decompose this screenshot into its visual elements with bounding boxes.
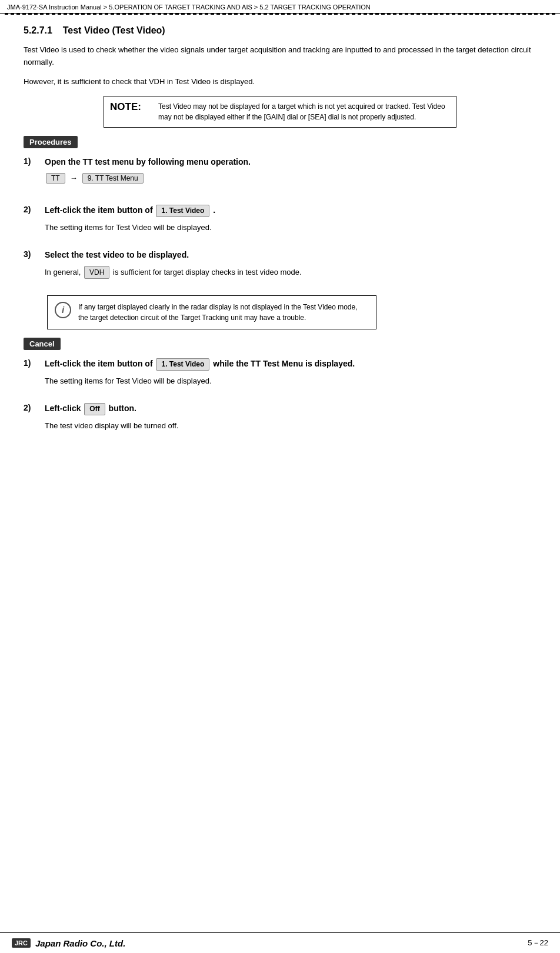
cancel-step-1-heading: Left-click the item button of 1. Test Vi… xyxy=(45,358,536,371)
procedures-badge: Procedures xyxy=(24,136,78,148)
cancel-step-1: 1) Left-click the item button of 1. Test… xyxy=(24,358,536,391)
arrow-1: → xyxy=(70,174,78,182)
cancel-badge: Cancel xyxy=(24,338,61,350)
cancel-step-2: 2) Left-click Off button. The test video… xyxy=(24,403,536,436)
step-1-number: 1) xyxy=(24,156,45,166)
step-3-heading: Select the test video to be displayed. xyxy=(45,249,536,261)
step-2-content: Left-click the item button of 1. Test Vi… xyxy=(45,205,536,238)
intro-para2: However, it is sufficient to check that … xyxy=(24,76,536,88)
test-video-button-1[interactable]: 1. Test Video xyxy=(156,205,209,217)
off-button[interactable]: Off xyxy=(84,403,105,415)
intro-para1: Test Video is used to check whether the … xyxy=(24,44,536,69)
procedures-step-1: 1) Open the TT test menu by following me… xyxy=(24,156,536,193)
cancel-step-2-heading: Left-click Off button. xyxy=(45,403,536,415)
vdh-button[interactable]: VDH xyxy=(84,266,109,279)
jrc-label: JRC xyxy=(12,938,31,948)
step-3-body: In general, VDH is sufficient for target… xyxy=(45,266,536,279)
section-heading: Test Video (Test Video) xyxy=(63,25,165,35)
note-box: NOTE: Test Video may not be displayed fo… xyxy=(104,96,456,128)
note-text: Test Video may not be displayed for a ta… xyxy=(158,101,450,122)
test-video-button-2[interactable]: 1. Test Video xyxy=(156,358,209,371)
info-text: If any target displayed clearly in the r… xyxy=(78,302,369,323)
cancel-step-2-number: 2) xyxy=(24,403,45,412)
cancel-step-1-content: Left-click the item button of 1. Test Vi… xyxy=(45,358,536,391)
step-2-heading: Left-click the item button of 1. Test Vi… xyxy=(45,205,536,217)
breadcrumb: JMA-9172-SA Instruction Manual > 5.OPERA… xyxy=(0,0,560,14)
step-1-heading: Open the TT test menu by following menu … xyxy=(45,156,536,168)
tt-button[interactable]: TT xyxy=(46,173,65,184)
tt-test-menu-button[interactable]: 9. TT Test Menu xyxy=(82,173,144,184)
cancel-step-1-number: 1) xyxy=(24,358,45,368)
info-box: i If any target displayed clearly in the… xyxy=(47,295,376,329)
section-number: 5.2.7.1 xyxy=(24,25,52,35)
procedures-step-2: 2) Left-click the item button of 1. Test… xyxy=(24,205,536,238)
step-1-menu-flow: TT → 9. TT Test Menu xyxy=(45,173,536,184)
info-icon: i xyxy=(55,302,71,318)
main-content: 5.2.7.1 Test Video (Test Video) Test Vid… xyxy=(0,15,560,459)
cancel-step-1-body: The setting items for Test Video will be… xyxy=(45,375,536,387)
section-title: 5.2.7.1 Test Video (Test Video) xyxy=(24,25,536,36)
cancel-step-2-content: Left-click Off button. The test video di… xyxy=(45,403,536,436)
step-3-number: 3) xyxy=(24,249,45,259)
page-number: 5－22 xyxy=(528,938,548,948)
note-label: NOTE: xyxy=(110,101,151,113)
footer: JRC Japan Radio Co., Ltd. 5－22 xyxy=(0,932,560,953)
procedures-step-3: 3) Select the test video to be displayed… xyxy=(24,249,536,284)
step-2-body: The setting items for Test Video will be… xyxy=(45,222,536,234)
company-name: Japan Radio Co., Ltd. xyxy=(35,938,125,948)
footer-logo: JRC Japan Radio Co., Ltd. xyxy=(12,938,125,948)
cancel-step-2-body: The test video display will be turned of… xyxy=(45,420,536,432)
step-1-content: Open the TT test menu by following menu … xyxy=(45,156,536,193)
step-2-number: 2) xyxy=(24,205,45,214)
step-3-content: Select the test video to be displayed. I… xyxy=(45,249,536,284)
